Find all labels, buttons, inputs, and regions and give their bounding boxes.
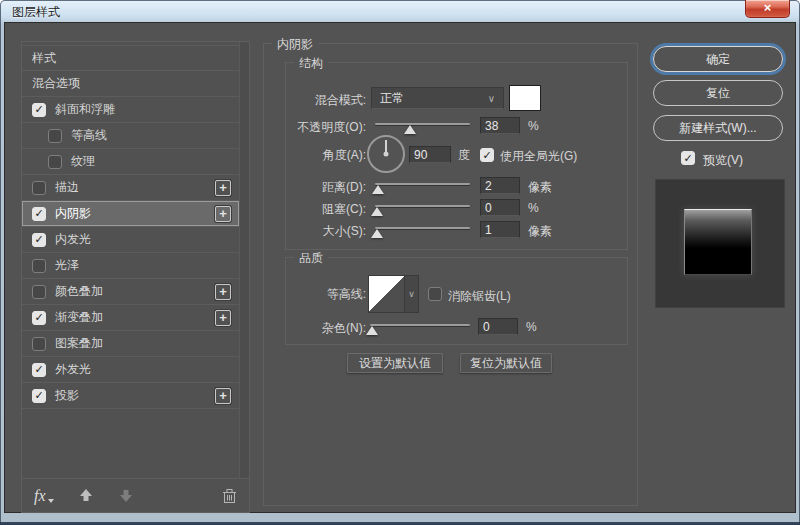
angle-unit: 度 xyxy=(458,147,470,164)
effect-checkbox[interactable] xyxy=(48,155,62,169)
choke-input[interactable] xyxy=(480,199,520,216)
choke-label: 阻塞(C): xyxy=(286,201,366,218)
effect-checkbox[interactable]: ✓ xyxy=(32,103,46,117)
noise-slider[interactable] xyxy=(370,320,470,336)
sidebar-item[interactable]: 等高线 xyxy=(22,123,239,149)
add-effect-button[interactable]: + xyxy=(215,388,231,404)
close-button[interactable]: × xyxy=(745,0,790,18)
sidebar-item-label: 外发光 xyxy=(55,361,91,378)
angle-dial[interactable] xyxy=(367,135,405,173)
quality-group-title: 品质 xyxy=(294,250,328,267)
effect-checkbox[interactable]: ✓ xyxy=(32,389,46,403)
blend-mode-select[interactable]: 正常 ∨ xyxy=(371,87,504,109)
add-effect-button[interactable]: + xyxy=(215,284,231,300)
blend-mode-value: 正常 xyxy=(380,90,404,107)
arrow-up-icon xyxy=(78,488,94,503)
sidebar-scrollbar[interactable] xyxy=(239,42,249,478)
effect-checkbox[interactable] xyxy=(32,181,46,195)
new-style-button[interactable]: 新建样式(W)... xyxy=(653,115,783,141)
slider-thumb[interactable] xyxy=(371,207,383,216)
opacity-input[interactable] xyxy=(480,117,520,134)
size-slider[interactable] xyxy=(375,223,470,239)
effect-checkbox[interactable]: ✓ xyxy=(32,311,46,325)
sidebar-item[interactable]: 描边+ xyxy=(22,175,239,201)
sidebar-item-label: 混合选项 xyxy=(32,75,80,92)
noise-input[interactable] xyxy=(478,318,518,335)
contour-thumbnail xyxy=(369,276,405,312)
slider-track xyxy=(375,183,470,185)
choke-unit: % xyxy=(528,201,539,215)
sidebar-item[interactable]: ✓内阴影+ xyxy=(22,201,239,227)
distance-slider[interactable] xyxy=(375,179,470,195)
move-effect-up-button[interactable] xyxy=(78,488,94,503)
reset-button[interactable]: 复位 xyxy=(653,80,783,106)
set-default-button[interactable]: 设置为默认值 xyxy=(347,353,443,373)
distance-unit: 像素 xyxy=(528,179,552,196)
noise-unit: % xyxy=(526,320,537,334)
sidebar-item[interactable]: 光泽 xyxy=(22,253,239,279)
layer-style-dialog: 图层样式 × 样式混合选项✓斜面和浮雕等高线纹理描边+✓内阴影+✓内发光光泽颜色… xyxy=(0,0,800,525)
sidebar-item-label: 斜面和浮雕 xyxy=(55,101,115,118)
sidebar-item[interactable]: 纹理 xyxy=(22,149,239,175)
distance-input[interactable] xyxy=(480,177,520,194)
ok-button[interactable]: 确定 xyxy=(653,46,783,72)
styles-list: 样式混合选项✓斜面和浮雕等高线纹理描边+✓内阴影+✓内发光光泽颜色叠加+✓渐变叠… xyxy=(22,45,239,409)
anti-alias-checkbox[interactable] xyxy=(428,287,442,301)
sidebar-item[interactable]: 图案叠加 xyxy=(22,331,239,357)
size-input[interactable] xyxy=(480,221,520,238)
blend-mode-label: 混合模式: xyxy=(286,92,366,109)
angle-input[interactable] xyxy=(409,146,451,163)
effect-checkbox[interactable]: ✓ xyxy=(32,363,46,377)
sidebar-item-label: 内阴影 xyxy=(55,205,91,222)
sidebar-item-label: 内发光 xyxy=(55,231,91,248)
sidebar-item[interactable]: ✓外发光 xyxy=(22,357,239,383)
delete-effect-button[interactable] xyxy=(222,488,237,504)
opacity-slider[interactable] xyxy=(375,119,470,135)
sidebar-item[interactable]: ✓投影+ xyxy=(22,383,239,409)
style-preview xyxy=(655,179,785,308)
effect-checkbox[interactable]: ✓ xyxy=(32,207,46,221)
preview-swatch xyxy=(684,209,752,275)
structure-group-title: 结构 xyxy=(294,55,328,72)
sidebar-item-label: 描边 xyxy=(55,179,79,196)
preview-checkbox[interactable]: ✓ xyxy=(681,151,695,165)
slider-track xyxy=(370,324,470,326)
slider-thumb[interactable] xyxy=(404,125,416,134)
sidebar-item[interactable]: ✓渐变叠加+ xyxy=(22,305,239,331)
slider-thumb[interactable] xyxy=(372,185,384,194)
effect-checkbox[interactable] xyxy=(32,259,46,273)
fx-menu-button[interactable]: fx xyxy=(34,488,54,504)
titlebar[interactable]: 图层样式 × xyxy=(0,0,800,22)
use-global-light-checkbox[interactable]: ✓ xyxy=(480,148,494,162)
shadow-color-swatch[interactable] xyxy=(509,85,541,111)
size-unit: 像素 xyxy=(528,223,552,240)
window-title: 图层样式 xyxy=(12,4,60,21)
sidebar-item-label: 样式 xyxy=(32,50,56,67)
caret-down-icon xyxy=(48,499,54,503)
slider-track xyxy=(375,123,470,125)
reset-default-button[interactable]: 复位为默认值 xyxy=(460,353,552,373)
move-effect-down-button[interactable] xyxy=(118,488,134,503)
trash-icon xyxy=(222,488,237,504)
sidebar-item[interactable]: ✓内发光 xyxy=(22,227,239,253)
effect-checkbox[interactable] xyxy=(48,129,62,143)
sidebar-item[interactable]: ✓斜面和浮雕 xyxy=(22,97,239,123)
add-effect-button[interactable]: + xyxy=(215,310,231,326)
add-effect-button[interactable]: + xyxy=(215,206,231,222)
slider-thumb[interactable] xyxy=(366,326,378,335)
contour-picker[interactable]: ∨ xyxy=(368,275,419,313)
sidebar-item[interactable]: 颜色叠加+ xyxy=(22,279,239,305)
effect-checkbox[interactable]: ✓ xyxy=(32,233,46,247)
chevron-down-icon[interactable]: ∨ xyxy=(405,276,418,312)
effect-checkbox[interactable] xyxy=(32,285,46,299)
effect-checkbox[interactable] xyxy=(32,337,46,351)
choke-slider[interactable] xyxy=(375,201,470,217)
sidebar-item[interactable]: 样式 xyxy=(22,45,239,71)
close-icon: × xyxy=(764,0,772,15)
add-effect-button[interactable]: + xyxy=(215,180,231,196)
sidebar-toolbar: fx xyxy=(22,478,249,512)
panel-title: 内阴影 xyxy=(272,36,318,53)
sidebar-item-label: 投影 xyxy=(55,387,79,404)
slider-thumb[interactable] xyxy=(371,229,383,238)
sidebar-item[interactable]: 混合选项 xyxy=(22,71,239,97)
